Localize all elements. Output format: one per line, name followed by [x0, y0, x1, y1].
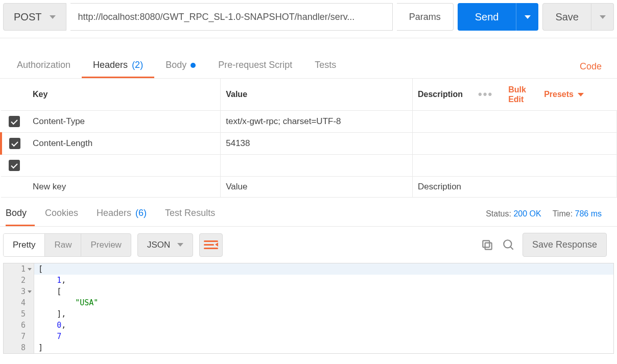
header-key-cell[interactable]	[28, 155, 221, 177]
method-label: POST	[14, 11, 41, 23]
tab-authorization-label: Authorization	[17, 60, 70, 70]
save-dropdown[interactable]	[591, 3, 614, 31]
dot-icon	[191, 63, 196, 68]
gutter: 3	[4, 286, 34, 297]
checkbox[interactable]	[9, 160, 20, 171]
checkbox[interactable]	[9, 116, 20, 127]
tab-headers-count: (2)	[132, 60, 143, 70]
tab-headers-label: Headers	[93, 60, 128, 70]
code-content: "USA"	[34, 297, 98, 308]
tab-headers[interactable]: Headers (2)	[82, 60, 154, 78]
url-text: http://localhost:8080/GWT_RPC_SL-1.0-SNA…	[78, 12, 354, 22]
header-value-cell[interactable]: 54138	[221, 133, 413, 155]
presets-label: Presets	[544, 90, 574, 99]
view-raw[interactable]: Raw	[45, 234, 81, 256]
svg-rect-1	[483, 240, 489, 247]
code-line[interactable]: 1[	[4, 263, 613, 275]
more-icon[interactable]: •••	[478, 88, 493, 101]
params-button[interactable]: Params	[397, 3, 454, 31]
url-input[interactable]: http://localhost:8080/GWT_RPC_SL-1.0-SNA…	[70, 3, 392, 31]
code-line[interactable]: 2 1,	[4, 275, 613, 286]
table-row[interactable]: Content-Type text/x-gwt-rpc; charset=UTF…	[1, 111, 617, 133]
code-line[interactable]: 3 [	[4, 286, 613, 297]
bulk-edit-label: Bulk Edit	[508, 85, 529, 104]
code-viewer[interactable]: 1[2 1,3 [4 "USA"5 ],6 0,7 78]	[3, 263, 614, 354]
resp-tab-headers[interactable]: Headers (6)	[97, 208, 155, 226]
code-content: [	[34, 263, 43, 275]
request-bar: POST http://localhost:8080/GWT_RPC_SL-1.…	[0, 0, 617, 38]
presets-dropdown[interactable]: Presets	[544, 90, 584, 99]
send-group: Send	[458, 3, 539, 31]
save-button[interactable]: Save	[542, 3, 591, 31]
status-value: 200 OK	[513, 209, 541, 218]
new-key-input[interactable]: New key	[28, 177, 221, 198]
resp-tab-headers-count: (6)	[135, 208, 147, 219]
checkbox[interactable]	[9, 138, 20, 149]
gutter: 5	[4, 308, 34, 320]
tab-authorization[interactable]: Authorization	[6, 60, 82, 78]
svg-line-3	[510, 247, 513, 249]
method-select[interactable]: POST	[3, 3, 66, 31]
table-row[interactable]: Content-Length 54138	[1, 133, 617, 155]
header-key-cell[interactable]: Content-Type	[28, 111, 221, 133]
gutter: 4	[4, 297, 34, 308]
header-value-cell[interactable]: text/x-gwt-rpc; charset=UTF-8	[221, 111, 413, 133]
code-line[interactable]: 8]	[4, 342, 613, 353]
view-preview[interactable]: Preview	[81, 234, 130, 256]
send-dropdown[interactable]	[516, 3, 538, 31]
fold-icon[interactable]	[28, 268, 32, 271]
resp-tab-cookies[interactable]: Cookies	[45, 208, 86, 226]
tab-prerequest[interactable]: Pre-request Script	[207, 60, 303, 78]
col-key-header: Key	[28, 79, 221, 111]
save-response-button[interactable]: Save Response	[523, 233, 607, 257]
header-desc-cell[interactable]	[413, 111, 617, 133]
chevron-down-icon	[50, 15, 56, 19]
col-description-label: Description	[418, 90, 463, 99]
tab-body-label: Body	[165, 60, 186, 70]
copy-icon[interactable]	[480, 237, 495, 253]
code-line[interactable]: 6 0,	[4, 320, 613, 331]
code-content: ]	[34, 342, 43, 353]
code-line[interactable]: 4 "USA"	[4, 297, 613, 308]
col-value-header: Value	[221, 79, 413, 111]
send-button[interactable]: Send	[458, 3, 516, 31]
status: Status: 200 OK	[486, 209, 541, 219]
code-line[interactable]: 5 ],	[4, 308, 613, 320]
view-pretty[interactable]: Pretty	[4, 234, 45, 256]
header-desc-cell[interactable]	[413, 155, 617, 177]
table-row-new[interactable]: New key Value Description	[1, 177, 617, 198]
tab-tests[interactable]: Tests	[303, 60, 347, 78]
chevron-down-icon	[578, 93, 584, 96]
resp-tab-tests[interactable]: Test Results	[165, 208, 223, 226]
header-desc-cell[interactable]	[413, 133, 617, 155]
resp-tab-headers-label: Headers	[97, 208, 131, 219]
tab-body[interactable]: Body	[154, 60, 207, 78]
table-row[interactable]	[1, 155, 617, 177]
search-icon[interactable]	[501, 237, 516, 253]
svg-point-2	[504, 240, 511, 248]
code-content: 7	[34, 331, 61, 342]
code-line[interactable]: 7 7	[4, 331, 613, 342]
status-label: Status:	[486, 209, 511, 218]
gutter: 6	[4, 320, 34, 331]
bulk-edit-link[interactable]: Bulk Edit	[508, 85, 529, 104]
gutter: 2	[4, 275, 34, 286]
response-header: Body Cookies Headers (6) Test Results St…	[0, 198, 617, 227]
new-value-input[interactable]: Value	[221, 177, 413, 198]
wrap-lines-button[interactable]	[199, 233, 223, 257]
code-link[interactable]: Code	[580, 61, 602, 77]
format-select[interactable]: JSON	[137, 233, 193, 257]
col-check-header	[1, 79, 28, 111]
header-key-cell[interactable]: Content-Length	[28, 133, 221, 155]
time: Time: 786 ms	[553, 209, 602, 219]
chevron-down-icon	[177, 243, 183, 247]
fold-icon[interactable]	[28, 290, 32, 293]
chevron-down-icon	[600, 15, 606, 19]
resp-tab-body[interactable]: Body	[6, 208, 35, 226]
code-content: ],	[34, 308, 66, 320]
tab-prerequest-label: Pre-request Script	[218, 60, 292, 70]
request-tabs: Authorization Headers (2) Body Pre-reque…	[0, 38, 617, 79]
code-content: [	[34, 286, 61, 297]
header-value-cell[interactable]	[221, 155, 413, 177]
new-desc-input[interactable]: Description	[413, 177, 617, 198]
